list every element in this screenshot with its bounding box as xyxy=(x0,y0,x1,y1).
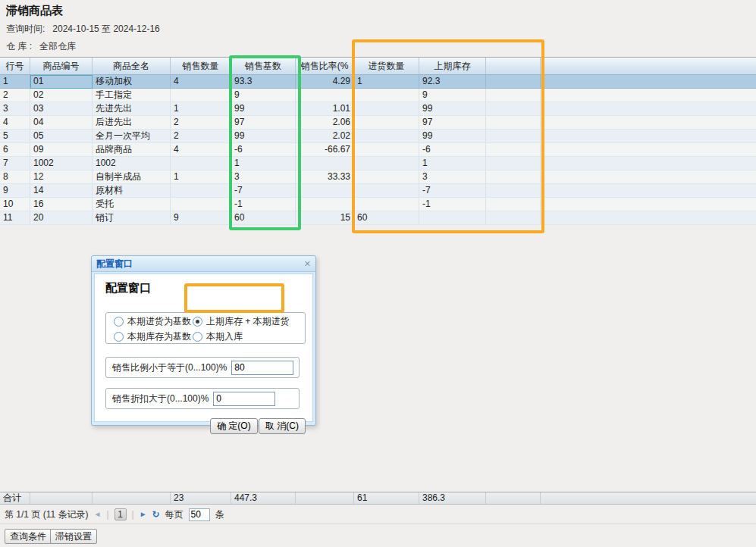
table-cell[interactable] xyxy=(486,211,541,225)
table-cell[interactable]: 14 xyxy=(30,184,93,198)
table-cell[interactable]: 01 xyxy=(30,75,93,89)
current-page-button[interactable]: 1 xyxy=(114,508,127,520)
table-cell[interactable] xyxy=(486,102,541,116)
table-cell[interactable]: 1 xyxy=(171,170,231,184)
table-cell[interactable] xyxy=(541,116,756,130)
table-cell[interactable]: -6 xyxy=(231,143,296,157)
table-cell[interactable]: 后进先出 xyxy=(93,116,171,130)
radio-prev-stock-plus-purchase[interactable]: 上期库存 + 本期进货 xyxy=(193,315,305,328)
table-cell[interactable]: 09 xyxy=(30,143,93,157)
table-cell[interactable]: -7 xyxy=(419,184,486,198)
table-row[interactable]: 101移动加权493.34.29192.3 xyxy=(0,75,756,89)
column-header-9[interactable] xyxy=(541,58,756,74)
table-cell[interactable]: -6 xyxy=(419,143,486,157)
table-cell[interactable]: 12 xyxy=(30,170,93,184)
table-cell[interactable]: 99 xyxy=(231,130,296,143)
next-page-icon[interactable]: ► xyxy=(140,511,147,518)
table-cell[interactable]: 受托 xyxy=(93,198,171,211)
table-cell[interactable]: 1 xyxy=(0,75,30,89)
table-cell[interactable]: 20 xyxy=(30,211,93,225)
table-cell[interactable] xyxy=(354,89,419,102)
table-cell[interactable]: 93.3 xyxy=(231,75,296,89)
table-cell[interactable]: 1002 xyxy=(93,157,171,170)
table-cell[interactable]: 15 xyxy=(296,211,354,225)
table-row[interactable]: 914原材料-7-7 xyxy=(0,184,756,198)
table-cell[interactable]: 9 xyxy=(0,184,30,198)
table-cell[interactable]: 1 xyxy=(419,157,486,170)
table-cell[interactable]: 92.3 xyxy=(419,75,486,89)
table-cell[interactable] xyxy=(541,143,756,157)
column-header-3[interactable]: 销售数量 xyxy=(171,58,231,74)
table-cell[interactable]: 8 xyxy=(0,170,30,184)
table-cell[interactable]: 3 xyxy=(419,170,486,184)
table-cell[interactable]: 03 xyxy=(30,102,93,116)
table-cell[interactable]: 原材料 xyxy=(93,184,171,198)
table-cell[interactable]: -66.67 xyxy=(296,143,354,157)
column-header-6[interactable]: 进货数量 xyxy=(354,58,419,74)
table-cell[interactable] xyxy=(296,198,354,211)
table-cell[interactable] xyxy=(541,75,756,89)
table-cell[interactable]: 品牌商品 xyxy=(93,143,171,157)
column-header-7[interactable]: 上期库存 xyxy=(419,58,486,74)
table-cell[interactable]: 全月一次平均 xyxy=(93,130,171,143)
table-cell[interactable] xyxy=(541,157,756,170)
sales-ratio-input[interactable] xyxy=(231,361,293,375)
table-cell[interactable] xyxy=(541,89,756,102)
table-cell[interactable]: 2.02 xyxy=(296,130,354,143)
table-cell[interactable]: -7 xyxy=(231,184,296,198)
table-cell[interactable]: 2 xyxy=(171,116,231,130)
table-row[interactable]: 812自制半成品1333.333 xyxy=(0,170,756,184)
column-header-8[interactable] xyxy=(486,58,541,74)
table-cell[interactable] xyxy=(171,157,231,170)
table-cell[interactable] xyxy=(486,170,541,184)
table-cell[interactable]: 11 xyxy=(0,211,30,225)
table-cell[interactable] xyxy=(419,211,486,225)
table-cell[interactable]: 02 xyxy=(30,89,93,102)
table-cell[interactable] xyxy=(541,211,756,225)
table-cell[interactable]: 99 xyxy=(231,102,296,116)
table-row[interactable]: 1016受托-1-1 xyxy=(0,198,756,211)
table-row[interactable]: 505全月一次平均2992.0299 xyxy=(0,130,756,143)
table-cell[interactable]: 2 xyxy=(171,130,231,143)
table-cell[interactable]: 6 xyxy=(0,143,30,157)
table-cell[interactable]: 4 xyxy=(0,116,30,130)
table-row[interactable]: 609品牌商品4-6-66.67-6 xyxy=(0,143,756,157)
table-cell[interactable]: 4 xyxy=(171,143,231,157)
table-cell[interactable]: -1 xyxy=(419,198,486,211)
column-header-2[interactable]: 商品全名 xyxy=(93,58,171,74)
query-conditions-button[interactable]: 查询条件 xyxy=(5,529,52,544)
table-cell[interactable]: 10 xyxy=(0,198,30,211)
table-cell[interactable]: 1002 xyxy=(30,157,93,170)
slow-moving-settings-button[interactable]: 滞销设置 xyxy=(50,529,97,544)
table-cell[interactable] xyxy=(541,184,756,198)
per-page-input[interactable] xyxy=(189,508,210,521)
table-cell[interactable] xyxy=(486,184,541,198)
table-row[interactable]: 202手工指定99 xyxy=(0,89,756,102)
table-cell[interactable]: 先进先出 xyxy=(93,102,171,116)
table-cell[interactable]: -1 xyxy=(231,198,296,211)
table-cell[interactable]: 9 xyxy=(419,89,486,102)
refresh-icon[interactable]: ↻ xyxy=(152,509,160,520)
table-cell[interactable]: 4.29 xyxy=(296,75,354,89)
table-cell[interactable] xyxy=(354,184,419,198)
column-header-1[interactable]: 商品编号 xyxy=(30,58,93,74)
table-cell[interactable] xyxy=(296,157,354,170)
table-cell[interactable] xyxy=(541,198,756,211)
close-icon[interactable]: ✕ xyxy=(304,259,311,269)
table-cell[interactable]: 04 xyxy=(30,116,93,130)
table-cell[interactable] xyxy=(354,102,419,116)
cancel-button[interactable]: 取 消(C) xyxy=(259,418,306,434)
table-cell[interactable]: 1.01 xyxy=(296,102,354,116)
table-cell[interactable]: 2 xyxy=(0,89,30,102)
table-cell[interactable] xyxy=(171,184,231,198)
table-cell[interactable] xyxy=(171,198,231,211)
table-row[interactable]: 404后进先出2972.0697 xyxy=(0,116,756,130)
table-cell[interactable]: 1 xyxy=(354,75,419,89)
table-cell[interactable]: 9 xyxy=(171,211,231,225)
table-cell[interactable] xyxy=(354,157,419,170)
table-cell[interactable]: 自制半成品 xyxy=(93,170,171,184)
table-cell[interactable] xyxy=(354,130,419,143)
table-cell[interactable]: 9 xyxy=(231,89,296,102)
table-cell[interactable]: 97 xyxy=(231,116,296,130)
column-header-0[interactable]: 行号 xyxy=(0,58,30,74)
